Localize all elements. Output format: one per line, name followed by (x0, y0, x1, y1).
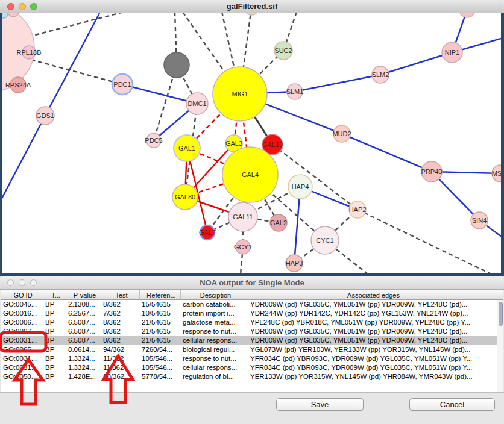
table-cell: YPL248C (pd) YBR018C, YML051W (pp) YDR00… (248, 318, 491, 327)
table-cell: YER133W (pp) YOR315W, YNL145W (pd) YHR08… (248, 372, 491, 381)
table-cell: BP (43, 354, 66, 363)
scrollbar-thumb[interactable] (499, 302, 503, 326)
node-label: PDC1 (113, 81, 131, 88)
table-cell: 6.2567... (66, 309, 101, 318)
table-cell: 6.5087... (66, 318, 101, 327)
node-label: GAL10 (262, 141, 283, 148)
table-cell: BP (43, 363, 66, 372)
noa-table-body: GO:0045...BP2.1308...8/36215/54615carbon… (1, 300, 497, 392)
table-cell: cellular respons... (180, 336, 248, 345)
network-edge-pp (45, 13, 99, 116)
node-label: GDS1 (36, 112, 54, 119)
noa-footer: Save Cancel (0, 392, 504, 424)
column-header[interactable]: GO ID (1, 290, 43, 300)
node-label: PRP40 (421, 168, 443, 175)
network-window-title: galFiltered.sif (0, 2, 504, 11)
table-cell: GO:0031... (1, 363, 43, 372)
table-row[interactable]: GO:0045...BP2.1308...8/36215/54615carbon… (1, 300, 497, 309)
save-button[interactable]: Save (276, 398, 364, 411)
table-row[interactable]: GO:0050...BP1.428E...80/3625778/54...reg… (1, 372, 497, 381)
table-cell: YFR034C (pd) YBR093C, YDR009W (pd) YGL03… (248, 363, 491, 372)
network-canvas-svg: RPL18BRPS24AGDS1PDC1PDC5DMC1MIG1SUC2SLM1… (2, 13, 501, 273)
noa-window-titlebar[interactable]: NOA output for Single Mode (0, 276, 504, 290)
table-cell: GO:0031... (1, 336, 43, 345)
network-window-titlebar[interactable]: galFiltered.sif (0, 0, 504, 13)
node-label: HAP2 (349, 206, 367, 213)
table-cell: 7260/54... (139, 345, 180, 354)
table-row[interactable]: GO:0031...BP1.3324...11/362105/546...res… (1, 354, 497, 363)
table-cell: GO:0065... (1, 345, 43, 354)
node-label: PDC5 (145, 137, 162, 144)
table-cell: 94/362 (101, 345, 139, 354)
node-label: GAL80 (175, 193, 195, 201)
cancel-button[interactable]: Cancel (409, 398, 495, 411)
table-row[interactable]: GO:0006...BP6.5087...8/36221/54615galact… (1, 318, 497, 327)
table-cell: 6.5087... (66, 336, 101, 345)
table-cell: regulation of bi... (180, 372, 248, 381)
network-window: galFiltered.sif RPL18BRPS24AGDS1PDC1PDC5… (0, 0, 504, 276)
column-header[interactable]: Referen... (139, 290, 180, 300)
node-label: RPS24A (5, 81, 31, 89)
node-label: NIP1 (445, 49, 459, 56)
column-header[interactable]: Test (101, 290, 139, 300)
node-label: GCY1 (234, 243, 252, 251)
table-row[interactable]: GO:0031...BP6.5087...8/36221/54615cellul… (1, 336, 497, 345)
network-edge-pp (122, 84, 197, 104)
table-cell: cellular respons... (180, 363, 248, 372)
table-cell: YDR009W (pd) YGL035C, YML051W (pp) YDR00… (248, 327, 491, 336)
table-cell: BP (43, 336, 66, 345)
table-row[interactable]: GO:0007...BP6.5087...8/36221/54615respon… (1, 327, 497, 336)
column-header[interactable]: P-value (66, 290, 101, 300)
table-cell: BP (43, 309, 66, 318)
network-edge-pd (272, 145, 358, 210)
table-cell: 1.3324... (66, 363, 101, 372)
node-label: SIN4 (472, 217, 487, 224)
network-node-green_top[interactable] (244, 13, 259, 15)
network-canvas[interactable]: RPL18BRPS24AGDS1PDC1PDC5DMC1MIG1SUC2SLM1… (0, 13, 504, 276)
network-edge-pp (380, 52, 452, 75)
table-row[interactable]: GO:0016...BP6.2567...7/36210/54615protei… (1, 309, 497, 318)
table-row[interactable]: GO:0031...BP1.3324...11/362105/546...cel… (1, 363, 497, 372)
table-cell: 1.3324... (66, 354, 101, 363)
table-cell: response to nut... (180, 327, 248, 336)
table-cell: BP (43, 318, 66, 327)
column-header[interactable]: T... (43, 290, 66, 300)
noa-table-header[interactable]: GO IDT...P-valueTestReferen...Desciption… (1, 290, 503, 300)
table-scrollbar[interactable] (497, 300, 503, 392)
node-label: HAP4 (292, 183, 309, 190)
screen: galFiltered.sif RPL18BRPS24AGDS1PDC1PDC5… (0, 0, 504, 424)
node-label: GAL11 (233, 213, 253, 220)
column-header[interactable]: Associated edges (248, 290, 496, 300)
table-cell: 7/362 (101, 309, 139, 318)
node-label: RPL18B (17, 49, 42, 56)
node-label: GAL1 (178, 145, 195, 152)
table-row[interactable]: GO:0065...BP8.0614...94/3627260/54...bio… (1, 345, 497, 354)
table-cell: galactose meta... (180, 318, 248, 327)
node-label: MSL5 (492, 170, 501, 177)
node-label: DMC1 (187, 100, 206, 107)
table-cell: GO:0050... (1, 372, 43, 381)
table-cell: BP (43, 372, 66, 381)
table-cell: 21/54615 (139, 336, 180, 345)
table-cell: YGL073W (pd) YER103W, YER133W (pp) YOR31… (248, 345, 491, 354)
network-edge-pd (21, 13, 124, 39)
network-edge-pp (2, 116, 45, 202)
network-node-gray1[interactable] (164, 52, 189, 78)
table-cell: 11/362 (101, 363, 139, 372)
table-cell: 8/362 (101, 318, 139, 327)
noa-window: NOA output for Single Mode GO IDT...P-va… (0, 276, 504, 424)
table-cell: GO:0016... (1, 309, 43, 318)
network-node-pink_tr[interactable] (459, 13, 475, 17)
table-cell: YFR034C (pd) YBR093C, YDR009W (pd) YGL03… (248, 354, 491, 363)
table-cell: 8/362 (101, 327, 139, 336)
table-cell: response to nut... (180, 354, 248, 363)
table-cell: GO:0006... (1, 318, 43, 327)
node-label: GAL4 (242, 171, 259, 178)
table-cell: 10/54615 (139, 309, 180, 318)
table-cell: BP (43, 345, 66, 354)
node-label: MIG1 (232, 90, 248, 98)
node-label: SLM1 (286, 88, 304, 95)
table-cell: protein import i... (180, 309, 248, 318)
column-header[interactable]: Desciption (180, 290, 248, 300)
table-cell: GO:0045... (1, 300, 43, 309)
